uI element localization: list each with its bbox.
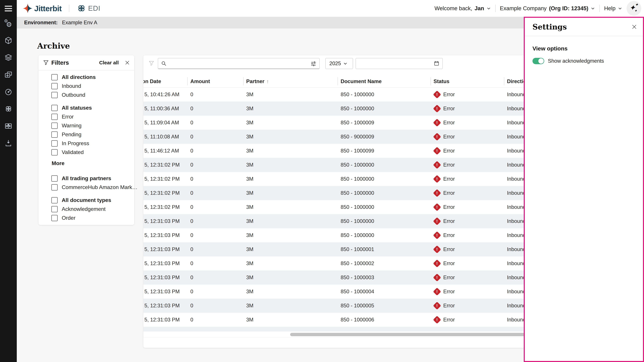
filter-option-all-statuses[interactable]: All statuses: [51, 103, 134, 112]
table-row[interactable]: 5, 12:31:03 PM03M850 - 1000000!ErrorInbo…: [144, 228, 532, 242]
help-menu[interactable]: Help: [604, 5, 622, 11]
cube-icon[interactable]: [4, 36, 13, 45]
search-box: [158, 58, 320, 69]
cell-amount: 0: [187, 232, 243, 238]
year-select[interactable]: 2025: [325, 58, 353, 69]
chevron-down-icon: [341, 61, 350, 66]
filters-more-link[interactable]: More: [52, 159, 134, 168]
cell-date: 5, 10:41:26 AM: [144, 91, 187, 97]
filter-funnel-icon[interactable]: [148, 60, 154, 66]
table-row[interactable]: 5, 12:31:03 PM03M850 - 1000005!ErrorInbo…: [144, 299, 532, 313]
column-header-document-name[interactable]: Document Name: [338, 75, 430, 87]
table-row[interactable]: 5, 11:10:08 AM03M850 - 9000009!ErrorInbo…: [144, 130, 532, 144]
checkbox[interactable]: [51, 131, 58, 138]
table-row[interactable]: 5, 12:31:03 PM03M850 - 1000002!ErrorInbo…: [144, 256, 532, 271]
column-header-amount[interactable]: Amount: [187, 75, 243, 87]
error-status-icon: !: [433, 203, 441, 211]
filter-option-outbound[interactable]: Outbound: [51, 90, 134, 99]
filter-option-all-document-types[interactable]: All document types: [51, 196, 134, 205]
error-status-icon: !: [433, 105, 441, 113]
menu-icon[interactable]: [5, 6, 12, 11]
checkbox[interactable]: [51, 215, 58, 221]
org-menu[interactable]: Example Company (Org ID: 12345): [500, 5, 595, 11]
filter-option-order[interactable]: Order: [51, 214, 134, 222]
clear-all-button[interactable]: Clear all: [99, 60, 119, 65]
checkbox[interactable]: [51, 184, 58, 191]
layers-icon[interactable]: [4, 53, 13, 62]
brand-name: Jitterbit: [34, 4, 62, 13]
checkbox[interactable]: [51, 83, 58, 89]
checkbox[interactable]: [51, 74, 58, 80]
date-field[interactable]: [359, 60, 434, 66]
filter-option-all-trading-partners[interactable]: All trading partners: [51, 174, 134, 183]
table-row[interactable]: 5, 12:31:03 PM03M850 - 1000001!ErrorInbo…: [144, 242, 532, 256]
checkbox[interactable]: [51, 105, 58, 111]
table-row[interactable]: 5, 11:09:04 AM03M850 - 1000009!ErrorInbo…: [144, 116, 532, 130]
table-row[interactable]: 5, 12:31:03 PM03M850 - 1000000!ErrorInbo…: [144, 214, 532, 228]
error-status-icon: !: [433, 147, 441, 155]
filter-option-label: Validated: [62, 149, 84, 155]
table-row[interactable]: 5, 12:31:03 PM03M850 - 1000003!ErrorInbo…: [144, 271, 532, 285]
filter-option-commercehub-amazon-mark[interactable]: CommerceHub Amazon Mark…: [51, 183, 134, 192]
checkbox[interactable]: [51, 122, 58, 129]
checkbox[interactable]: [51, 149, 58, 156]
filter-option-all-directions[interactable]: All directions: [51, 73, 134, 82]
horizontal-scrollbar[interactable]: [290, 333, 530, 336]
tune-filters-icon[interactable]: [310, 61, 316, 66]
filter-option-error[interactable]: Error: [51, 112, 134, 121]
cell-document: 850 - 1000009: [338, 120, 430, 126]
status-text: Error: [443, 134, 455, 140]
date-input[interactable]: [356, 58, 443, 69]
show-acknowledgments-toggle[interactable]: [532, 58, 544, 64]
table-row[interactable]: 5, 11:00:36 AM03M850 - 1000000!ErrorInbo…: [144, 102, 532, 116]
filter-option-in-progress[interactable]: In Progress: [51, 139, 134, 148]
ai-assistant-button[interactable]: ✦ ✦ ✦: [626, 1, 641, 16]
gears-icon[interactable]: ⚙⚙: [4, 19, 13, 28]
product-name: EDI: [88, 4, 100, 12]
table-row[interactable]: 5, 12:31:02 PM03M850 - 1000000!ErrorInbo…: [144, 200, 532, 214]
edi-knot-icon[interactable]: [4, 104, 13, 114]
column-header-on-date[interactable]: on Date: [144, 75, 187, 87]
filter-option-warning[interactable]: Warning: [51, 121, 134, 130]
table-row[interactable]: 5, 11:46:12 AM03M850 - 1000099!ErrorInbo…: [144, 144, 532, 158]
column-header-status[interactable]: Status: [430, 75, 504, 87]
checkbox[interactable]: [51, 175, 58, 182]
gauge-icon[interactable]: [4, 87, 13, 96]
checkbox[interactable]: [51, 92, 58, 98]
table-row[interactable]: 5, 12:31:02 PM03M850 - 1000000!ErrorInbo…: [144, 158, 532, 172]
checkbox[interactable]: [51, 206, 58, 212]
user-menu[interactable]: Welcome back, Jan: [434, 5, 491, 11]
error-status-icon: !: [433, 90, 441, 98]
table-row[interactable]: 5, 12:31:02 PM03M850 - 1000000!ErrorInbo…: [144, 172, 532, 186]
close-icon[interactable]: [125, 60, 130, 65]
table-row[interactable]: 5, 12:31:02 PM03M850 - 1000000!ErrorInbo…: [144, 186, 532, 200]
calendar-icon[interactable]: [434, 61, 440, 66]
status-text: Error: [443, 91, 455, 97]
cell-date: 5, 12:31:03 PM: [144, 303, 187, 309]
filter-option-validated[interactable]: Validated: [51, 148, 134, 157]
cell-amount: 0: [187, 134, 243, 140]
sort-asc-icon: ↑: [266, 79, 269, 84]
checkbox[interactable]: [51, 197, 58, 203]
table-row[interactable]: 5, 10:41:26 AM03M850 - 1000000!ErrorInbo…: [144, 87, 532, 102]
filter-option-acknowledgement[interactable]: Acknowledgement: [51, 205, 134, 214]
table-row[interactable]: 5, 12:31:03 PM03M850 - 1000006!ErrorInbo…: [144, 313, 532, 327]
table-row[interactable]: 5, 12:31:03 PM03M850 - 1000004!ErrorInbo…: [144, 285, 532, 299]
checkbox[interactable]: [51, 140, 58, 147]
cell-partner: 3M: [243, 106, 338, 112]
checkbox[interactable]: [51, 114, 58, 120]
help-label: Help: [604, 5, 616, 11]
filter-option-pending[interactable]: Pending: [51, 130, 134, 139]
close-icon[interactable]: [632, 24, 637, 29]
search-input[interactable]: [169, 60, 310, 66]
cell-document: 850 - 1000003: [338, 275, 430, 281]
column-header-partner[interactable]: Partner↑: [243, 75, 338, 87]
filter-option-inbound[interactable]: Inbound: [51, 82, 134, 90]
cell-status: !Error: [430, 204, 504, 210]
top-bar-right: Welcome back, Jan Example Company (Org I…: [434, 0, 641, 17]
download-icon[interactable]: [4, 138, 13, 148]
duplicate-plus-icon[interactable]: [4, 70, 13, 79]
status-text: Error: [443, 190, 455, 196]
cell-document: 850 - 9000009: [338, 134, 430, 140]
puzzle-icon[interactable]: [4, 121, 13, 131]
